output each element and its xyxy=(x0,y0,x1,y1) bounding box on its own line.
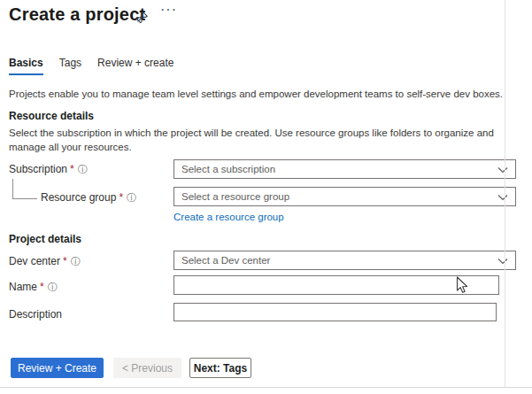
project-details-heading: Project details xyxy=(9,233,81,245)
resource-group-label: Resource group*ⓘ xyxy=(41,191,136,205)
tab-bar: Basics Tags Review + create xyxy=(9,57,173,75)
more-options-icon[interactable]: ··· xyxy=(160,2,177,18)
subscription-label: Subscription*ⓘ xyxy=(9,163,88,176)
chevron-down-icon xyxy=(497,189,508,205)
info-icon[interactable]: ⓘ xyxy=(68,256,81,267)
pane-right-border xyxy=(505,0,505,388)
chevron-down-icon xyxy=(497,161,508,177)
info-icon[interactable]: ⓘ xyxy=(75,164,88,174)
required-marker: * xyxy=(116,191,124,204)
info-icon[interactable]: ⓘ xyxy=(124,192,136,203)
create-project-blade: Create a project ··· Basics Tags Review … xyxy=(0,0,532,394)
page-title: Create a project xyxy=(9,4,145,25)
tab-tags[interactable]: Tags xyxy=(59,57,81,75)
tab-review-create[interactable]: Review + create xyxy=(97,57,173,75)
resource-details-description: Select the subscription in which the pro… xyxy=(9,126,497,154)
hierarchy-connector-line xyxy=(12,179,37,199)
name-field-wrapper xyxy=(173,275,499,295)
previous-button[interactable]: < Previous xyxy=(113,358,181,378)
chevron-down-icon xyxy=(497,252,508,268)
dev-center-label: Dev center*ⓘ xyxy=(9,255,81,268)
description-field-wrapper xyxy=(173,303,497,321)
resource-details-heading: Resource details xyxy=(9,110,94,122)
pin-icon[interactable] xyxy=(135,11,149,28)
description-input[interactable] xyxy=(174,304,496,321)
bottom-divider xyxy=(0,387,532,388)
required-marker: * xyxy=(67,163,75,175)
name-input[interactable] xyxy=(174,276,498,294)
name-label: Name*ⓘ xyxy=(9,281,58,294)
required-marker: * xyxy=(60,255,68,267)
required-marker: * xyxy=(37,281,45,293)
subscription-dropdown[interactable]: Select a subscription xyxy=(173,159,516,179)
info-icon[interactable]: ⓘ xyxy=(45,282,58,292)
create-resource-group-link[interactable]: Create a resource group xyxy=(173,212,284,222)
intro-text: Projects enable you to manage team level… xyxy=(9,89,503,99)
dev-center-dropdown[interactable]: Select a Dev center xyxy=(173,251,516,270)
resource-group-dropdown[interactable]: Select a resource group xyxy=(173,187,516,206)
next-tags-button[interactable]: Next: Tags xyxy=(189,358,251,378)
tab-basics[interactable]: Basics xyxy=(9,57,43,75)
review-create-button[interactable]: Review + Create xyxy=(11,358,104,378)
description-label: Description xyxy=(9,308,62,321)
